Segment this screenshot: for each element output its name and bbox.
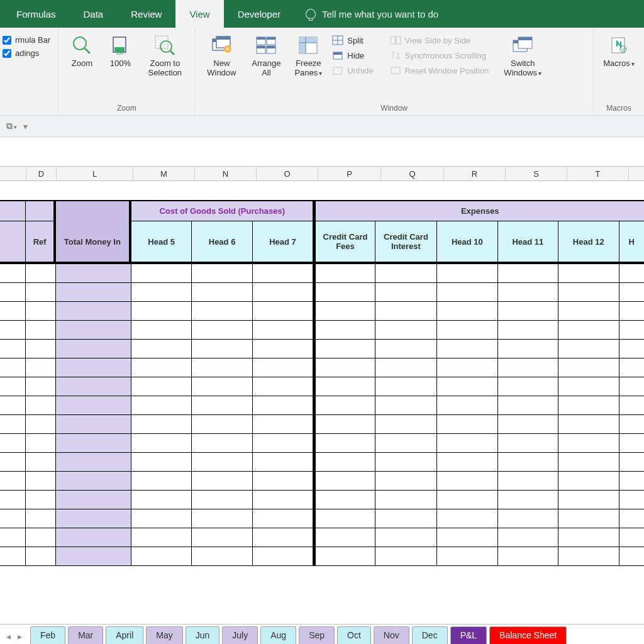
cell[interactable] bbox=[192, 509, 252, 528]
cell[interactable] bbox=[619, 377, 644, 396]
arrange-all-button[interactable]: Arrange All bbox=[245, 30, 287, 78]
cell[interactable] bbox=[0, 302, 26, 321]
sheet-tab-dec[interactable]: Dec bbox=[412, 626, 448, 644]
new-window-button[interactable]: ✶ New Window bbox=[200, 30, 243, 78]
cell[interactable] bbox=[26, 358, 55, 377]
cell[interactable] bbox=[558, 321, 619, 340]
sheet-tab-aug[interactable]: Aug bbox=[260, 626, 296, 644]
cell[interactable] bbox=[26, 453, 55, 472]
cell[interactable] bbox=[437, 415, 497, 434]
cell[interactable] bbox=[619, 415, 644, 434]
cell[interactable] bbox=[192, 547, 252, 566]
sheet-scroll-controls[interactable]: ◂▸ bbox=[3, 631, 25, 641]
sheet-tab-oct[interactable]: Oct bbox=[337, 626, 371, 644]
cell[interactable] bbox=[56, 491, 131, 509]
cell[interactable] bbox=[131, 340, 192, 358]
cell[interactable] bbox=[313, 302, 375, 321]
col-header-p[interactable]: P bbox=[318, 167, 381, 180]
cell[interactable] bbox=[26, 396, 55, 415]
ribbon-tab-review[interactable]: Review bbox=[117, 0, 175, 28]
cell[interactable] bbox=[619, 453, 644, 472]
ribbon-tab-formulas[interactable]: Formulas bbox=[0, 0, 70, 28]
cell[interactable] bbox=[437, 302, 497, 321]
sheet-tab-july[interactable]: July bbox=[222, 626, 258, 644]
ribbon-tab-developer[interactable]: Developer bbox=[224, 0, 294, 28]
cell[interactable] bbox=[619, 264, 644, 283]
cell[interactable] bbox=[558, 396, 619, 415]
cell[interactable] bbox=[0, 264, 26, 283]
table-row[interactable] bbox=[0, 377, 644, 396]
cell[interactable] bbox=[131, 453, 192, 472]
sheet-tab-jun[interactable]: Jun bbox=[186, 626, 220, 644]
cell[interactable] bbox=[558, 453, 619, 472]
cell[interactable] bbox=[313, 491, 375, 509]
cell[interactable] bbox=[375, 264, 437, 283]
cell[interactable] bbox=[498, 434, 558, 453]
table-row[interactable] bbox=[0, 264, 644, 283]
cell[interactable] bbox=[253, 491, 313, 509]
cell[interactable] bbox=[437, 509, 497, 528]
table-row[interactable] bbox=[0, 434, 644, 453]
cell[interactable] bbox=[253, 528, 313, 547]
cell[interactable] bbox=[437, 283, 497, 302]
cell[interactable] bbox=[498, 340, 558, 358]
col-header-o[interactable]: O bbox=[257, 167, 318, 180]
cell[interactable] bbox=[498, 302, 558, 321]
cell[interactable] bbox=[253, 340, 313, 358]
sheet-tab-may[interactable]: May bbox=[146, 626, 182, 644]
cell[interactable] bbox=[192, 453, 252, 472]
cell[interactable] bbox=[375, 321, 437, 340]
cell[interactable] bbox=[26, 509, 55, 528]
cell[interactable] bbox=[619, 491, 644, 509]
cell[interactable] bbox=[192, 491, 252, 509]
hide-button[interactable]: Hide bbox=[330, 48, 375, 63]
cell[interactable] bbox=[253, 434, 313, 453]
cell[interactable] bbox=[26, 415, 55, 434]
cell[interactable] bbox=[558, 264, 619, 283]
zoom-button[interactable]: Zoom bbox=[64, 30, 100, 69]
cell[interactable] bbox=[498, 472, 558, 491]
sheet-tab-sep[interactable]: Sep bbox=[299, 626, 335, 644]
col-header-s[interactable]: S bbox=[506, 167, 567, 180]
cell[interactable] bbox=[192, 434, 252, 453]
sheet-tab-mar[interactable]: Mar bbox=[68, 626, 103, 644]
cell[interactable] bbox=[619, 283, 644, 302]
cell[interactable] bbox=[313, 434, 375, 453]
cell[interactable] bbox=[375, 415, 437, 434]
cell[interactable] bbox=[375, 396, 437, 415]
cell[interactable] bbox=[437, 321, 497, 340]
cell[interactable] bbox=[192, 396, 252, 415]
cell[interactable] bbox=[131, 434, 192, 453]
table-row[interactable] bbox=[0, 547, 644, 566]
cell[interactable] bbox=[558, 302, 619, 321]
table-row[interactable] bbox=[0, 509, 644, 528]
cell[interactable] bbox=[192, 302, 252, 321]
cell[interactable] bbox=[313, 396, 375, 415]
cell[interactable] bbox=[253, 302, 313, 321]
cell[interactable] bbox=[558, 547, 619, 566]
col-header-n[interactable]: N bbox=[195, 167, 257, 180]
col-header-q[interactable]: Q bbox=[381, 167, 444, 180]
cell[interactable] bbox=[619, 396, 644, 415]
chk-formula-bar[interactable]: rmula Bar bbox=[3, 35, 50, 45]
cell[interactable] bbox=[26, 528, 55, 547]
qa-dropdown[interactable]: ⧉ bbox=[6, 121, 17, 131]
cell[interactable] bbox=[437, 434, 497, 453]
cell[interactable] bbox=[192, 415, 252, 434]
cell[interactable] bbox=[498, 547, 558, 566]
cell[interactable] bbox=[313, 358, 375, 377]
cell[interactable] bbox=[56, 434, 131, 453]
cell[interactable] bbox=[498, 377, 558, 396]
cell[interactable] bbox=[0, 396, 26, 415]
cell[interactable] bbox=[375, 434, 437, 453]
cell[interactable] bbox=[437, 377, 497, 396]
cell[interactable] bbox=[131, 264, 192, 283]
cell[interactable] bbox=[375, 358, 437, 377]
cell[interactable] bbox=[0, 283, 26, 302]
cell[interactable] bbox=[56, 415, 131, 434]
cell[interactable] bbox=[437, 358, 497, 377]
cell[interactable] bbox=[558, 434, 619, 453]
cell[interactable] bbox=[56, 302, 131, 321]
cell[interactable] bbox=[375, 302, 437, 321]
cell[interactable] bbox=[375, 491, 437, 509]
